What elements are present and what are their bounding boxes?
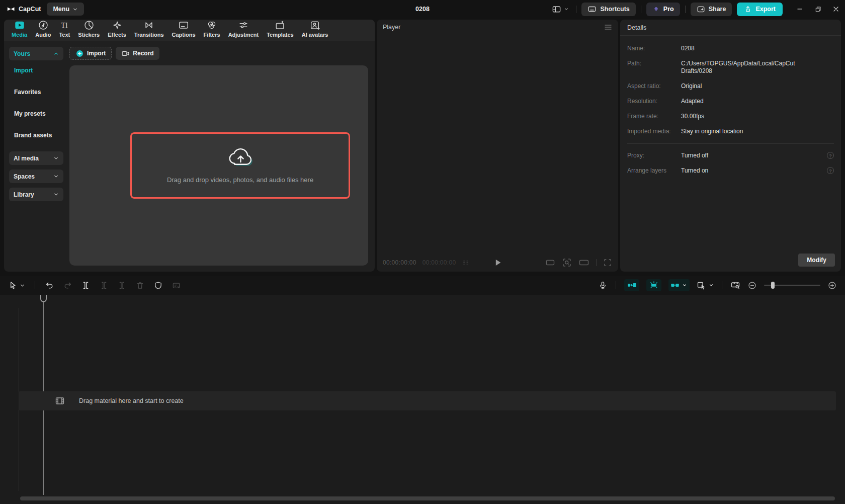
- sidebar-group-yours[interactable]: Yours: [9, 47, 63, 60]
- record-button[interactable]: Record: [116, 47, 159, 60]
- project-title: 0208: [415, 0, 430, 18]
- tab-effects[interactable]: Effects: [104, 20, 130, 39]
- ai-avatars-icon: [309, 20, 320, 31]
- detail-label: Path:: [627, 60, 681, 75]
- share-icon: [697, 5, 705, 14]
- clip-info-icon[interactable]: [462, 259, 470, 267]
- media-tabstrip: Media Audio TI Text Stickers Effects Tra…: [4, 20, 375, 41]
- fit-preview-button[interactable]: [562, 258, 572, 268]
- detail-row-path: Path: C:/Users/TOPGUS/AppData/Local/CapC…: [627, 60, 834, 75]
- modify-button[interactable]: Modify: [798, 254, 835, 267]
- play-button[interactable]: [492, 257, 503, 268]
- tab-label: Text: [59, 32, 70, 38]
- restore-button[interactable]: [809, 0, 827, 18]
- aspect-ratio-button[interactable]: [545, 258, 555, 268]
- detail-label: Resolution:: [627, 98, 681, 105]
- delete-caption-button[interactable]: [172, 281, 181, 290]
- sidebar-item-favorites[interactable]: Favorites: [14, 87, 41, 98]
- pro-label: Pro: [663, 6, 674, 13]
- layout-switch-button[interactable]: [550, 3, 571, 16]
- timeline-toolbar: [0, 276, 845, 295]
- tab-ai-avatars[interactable]: AI avatars: [298, 20, 332, 39]
- chevron-up-icon: [53, 51, 59, 56]
- tab-audio[interactable]: Audio: [32, 20, 54, 39]
- help-icon[interactable]: ?: [827, 152, 834, 159]
- close-button[interactable]: [827, 0, 845, 18]
- hamburger-icon: [604, 24, 612, 31]
- tab-label: Stickers: [78, 32, 100, 38]
- minimize-button[interactable]: [791, 0, 809, 18]
- record-voiceover-button[interactable]: [598, 281, 608, 290]
- preview-axis-button[interactable]: [730, 280, 740, 290]
- sidebar-group-library[interactable]: Library: [9, 188, 63, 201]
- media-dropzone[interactable]: Drag and drop videos, photos, and audio …: [130, 132, 350, 199]
- import-button[interactable]: Import: [69, 47, 112, 60]
- delete-right-button[interactable]: [117, 281, 127, 290]
- select-mode-button[interactable]: [697, 280, 714, 290]
- playhead-handle[interactable]: [40, 295, 47, 302]
- canvas-size-button[interactable]: [578, 258, 589, 268]
- detail-label: Arrange layers: [627, 167, 681, 175]
- media-library-panel: Media Audio TI Text Stickers Effects Tra…: [4, 20, 375, 272]
- fullscreen-icon[interactable]: [603, 258, 612, 267]
- player-menu-button[interactable]: [604, 24, 612, 31]
- share-button[interactable]: Share: [691, 3, 732, 16]
- sidebar-item-import[interactable]: Import: [14, 65, 33, 76]
- auto-snap-button[interactable]: [646, 279, 661, 291]
- zoom-out-icon[interactable]: [747, 281, 757, 290]
- record-button-label: Record: [133, 50, 153, 57]
- sidebar-group-spaces[interactable]: Spaces: [9, 170, 63, 183]
- divider: [641, 6, 641, 13]
- sidebar-group-label: Yours: [14, 50, 30, 57]
- divider: [596, 259, 597, 266]
- timeline-zoom-slider[interactable]: [764, 282, 820, 289]
- tab-label: Filters: [204, 32, 220, 38]
- zoom-in-icon[interactable]: [827, 281, 837, 290]
- detail-row-imported-media: Imported media: Stay in original locatio…: [627, 128, 834, 135]
- linking-button[interactable]: [668, 279, 690, 291]
- pro-button[interactable]: Pro: [646, 3, 680, 16]
- tab-transitions[interactable]: Transitions: [131, 20, 167, 39]
- divider: [722, 281, 722, 289]
- tab-media[interactable]: Media: [8, 20, 31, 39]
- chevron-down-icon: [20, 283, 25, 288]
- detail-label: Frame rate:: [627, 113, 681, 120]
- tab-filters[interactable]: Filters: [200, 20, 224, 39]
- sidebar-group-ai-media[interactable]: AI media: [9, 151, 63, 165]
- delete-button[interactable]: [135, 281, 145, 290]
- undo-button[interactable]: [45, 281, 54, 290]
- tab-text[interactable]: TI Text: [55, 20, 73, 39]
- timeline-placeholder[interactable]: Drag material here and start to create: [19, 391, 836, 410]
- tab-label: Media: [12, 32, 27, 38]
- export-button[interactable]: Export: [737, 3, 783, 16]
- svg-text:TI: TI: [61, 22, 68, 29]
- details-panel: Details Name: 0208 Path: C:/Users/TOPGUS…: [620, 20, 841, 272]
- timeline-area[interactable]: Drag material here and start to create: [0, 295, 845, 504]
- tab-label: Effects: [108, 32, 126, 38]
- help-icon[interactable]: ?: [827, 167, 834, 174]
- chevron-down-icon: [682, 283, 687, 288]
- slider-handle[interactable]: [771, 282, 775, 289]
- main-track-magnet-button[interactable]: [624, 279, 639, 291]
- tab-templates[interactable]: Templates: [263, 20, 297, 39]
- tab-stickers[interactable]: Stickers: [74, 20, 103, 39]
- detail-row-proxy: Proxy: Turned off ?: [627, 152, 834, 159]
- divider: [35, 281, 35, 289]
- split-button[interactable]: [81, 281, 91, 290]
- sidebar-item-my-presets[interactable]: My presets: [14, 108, 46, 119]
- mask-button[interactable]: [153, 281, 163, 290]
- timecode-current: 00:00:00:00: [383, 259, 416, 266]
- keyboard-icon: [587, 5, 597, 14]
- timeline-horizontal-scrollbar[interactable]: [20, 496, 835, 500]
- export-label: Export: [755, 6, 776, 13]
- shortcuts-button[interactable]: Shortcuts: [581, 3, 635, 16]
- tab-adjustment[interactable]: Adjustment: [225, 20, 263, 39]
- sidebar-item-brand-assets[interactable]: Brand assets: [14, 130, 52, 141]
- delete-left-button[interactable]: [99, 281, 109, 290]
- tab-label: AI avatars: [302, 32, 328, 38]
- select-tool-button[interactable]: [8, 281, 25, 290]
- menu-button[interactable]: Menu: [47, 3, 84, 16]
- redo-button[interactable]: [63, 281, 72, 290]
- detail-value: Turned off: [681, 152, 834, 159]
- tab-captions[interactable]: Captions: [168, 20, 199, 39]
